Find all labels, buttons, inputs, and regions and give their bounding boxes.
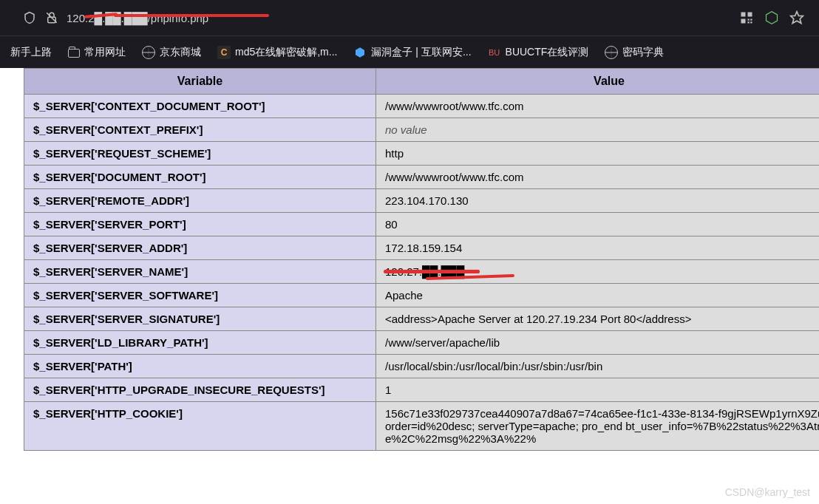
svg-rect-2 <box>741 13 746 17</box>
table-row: $_SERVER['HTTP_UPGRADE_INSECURE_REQUESTS… <box>24 378 820 402</box>
variable-cell: $_SERVER['CONTEXT_DOCUMENT_ROOT'] <box>24 95 376 118</box>
variable-cell: $_SERVER['HTTP_COOKIE'] <box>24 402 376 451</box>
value-cell: 156c71e33f029737cea440907a7d8a67=74ca65e… <box>376 402 820 451</box>
variable-cell: $_SERVER['SERVER_ADDR'] <box>24 236 376 260</box>
col-header-variable: Variable <box>24 69 376 95</box>
md5-favicon-icon: C <box>217 46 231 59</box>
bookmark-buuctf[interactable]: BU BUUCTF在线评测 <box>482 42 595 63</box>
svg-rect-4 <box>741 19 746 24</box>
globe-icon <box>605 46 618 59</box>
lock-insecure-icon <box>44 10 59 25</box>
table-row: $_SERVER['SERVER_PORT']80 <box>24 213 820 236</box>
bookmark-getting-started[interactable]: 新手上路 <box>4 42 58 63</box>
bookmark-label: 京东商城 <box>160 46 201 59</box>
variable-cell: $_SERVER['SERVER_SOFTWARE'] <box>24 284 376 307</box>
url-text: 120.2█.██.███/phpinfo.php <box>67 12 208 24</box>
bookmark-label: 密码字典 <box>622 46 664 59</box>
variable-cell: $_SERVER['HTTP_UPGRADE_INSECURE_REQUESTS… <box>24 378 376 402</box>
value-cell: /www/wwwroot/www.tfc.com <box>376 95 820 118</box>
variable-cell: $_SERVER['SERVER_PORT'] <box>24 213 376 236</box>
table-row: $_SERVER['LD_LIBRARY_PATH']/www/server/a… <box>24 331 820 355</box>
value-cell: 172.18.159.154 <box>376 236 820 260</box>
svg-marker-10 <box>791 12 803 24</box>
address-bar-actions <box>739 10 804 25</box>
table-row: $_SERVER['HTTP_COOKIE']156c71e33f029737c… <box>24 402 820 451</box>
table-row: $_SERVER['SERVER_SOFTWARE']Apache <box>24 284 820 307</box>
svg-rect-3 <box>748 13 752 17</box>
value-cell: <address>Apache Server at 120.27.19.234 … <box>376 307 820 331</box>
bookmark-jd[interactable]: 京东商城 <box>136 42 207 63</box>
star-icon[interactable] <box>789 10 804 25</box>
table-row: $_SERVER['REMOTE_ADDR']223.104.170.130 <box>24 189 820 213</box>
bookmark-label: 新手上路 <box>10 46 52 59</box>
table-row: $_SERVER['REQUEST_SCHEME']http <box>24 142 820 166</box>
svg-rect-5 <box>748 19 750 21</box>
qr-icon[interactable] <box>739 10 754 25</box>
value-cell: /usr/local/sbin:/usr/local/bin:/usr/sbin… <box>376 355 820 378</box>
bookmark-common-urls[interactable]: 常用网址 <box>62 42 132 63</box>
value-cell: /www/wwwroot/www.tfc.com <box>376 166 820 189</box>
bookmark-md5[interactable]: C md5在线解密破解,m... <box>211 42 343 63</box>
variable-cell: $_SERVER['DOCUMENT_ROOT'] <box>24 166 376 189</box>
bookmark-vulbox[interactable]: 漏洞盒子 | 互联网安... <box>347 42 477 63</box>
table-row: $_SERVER['DOCUMENT_ROOT']/www/wwwroot/ww… <box>24 166 820 189</box>
col-header-value: Value <box>376 69 820 95</box>
page-content: Variable Value $_SERVER['CONTEXT_DOCUMEN… <box>0 68 819 504</box>
table-row: $_SERVER['CONTEXT_PREFIX']no value <box>24 118 820 142</box>
value-cell: 80 <box>376 213 820 236</box>
svg-rect-8 <box>750 21 752 23</box>
folder-icon <box>68 49 80 58</box>
bookmark-label: 常用网址 <box>84 46 126 59</box>
value-cell: 120.27.██.███ <box>376 260 820 284</box>
value-cell: no value <box>376 118 820 142</box>
svg-rect-6 <box>750 19 752 21</box>
value-cell: 223.104.170.130 <box>376 189 820 213</box>
hex-favicon-icon <box>353 46 367 59</box>
extension-icon[interactable] <box>764 10 779 25</box>
watermark: CSDN@karry_test <box>725 486 810 498</box>
bookmark-label: md5在线解密破解,m... <box>235 46 337 59</box>
globe-icon <box>142 46 155 59</box>
variable-cell: $_SERVER['REQUEST_SCHEME'] <box>24 142 376 166</box>
table-row: $_SERVER['SERVER_SIGNATURE']<address>Apa… <box>24 307 820 331</box>
value-cell: http <box>376 142 820 166</box>
bookmarks-bar: 新手上路 常用网址 京东商城 C md5在线解密破解,m... 漏洞盒子 | 互… <box>0 35 819 68</box>
buu-favicon-icon: BU <box>488 46 501 59</box>
variable-cell: $_SERVER['PATH'] <box>24 355 376 378</box>
value-cell: Apache <box>376 284 820 307</box>
variable-cell: $_SERVER['REMOTE_ADDR'] <box>24 189 376 213</box>
table-row: $_SERVER['SERVER_NAME']120.27.██.███ <box>24 260 820 284</box>
table-row: $_SERVER['PATH']/usr/local/sbin:/usr/loc… <box>24 355 820 378</box>
bookmark-label: BUUCTF在线评测 <box>506 46 589 59</box>
variable-cell: $_SERVER['SERVER_SIGNATURE'] <box>24 307 376 331</box>
browser-address-bar: 120.2█.██.███/phpinfo.php <box>0 0 819 35</box>
svg-marker-11 <box>356 47 364 57</box>
phpinfo-table: Variable Value $_SERVER['CONTEXT_DOCUMEN… <box>24 68 819 451</box>
svg-marker-9 <box>767 12 778 24</box>
variable-cell: $_SERVER['SERVER_NAME'] <box>24 260 376 284</box>
table-row: $_SERVER['SERVER_ADDR']172.18.159.154 <box>24 236 820 260</box>
value-cell: 1 <box>376 378 820 402</box>
svg-rect-7 <box>748 21 750 23</box>
shield-icon <box>22 10 37 25</box>
table-row: $_SERVER['CONTEXT_DOCUMENT_ROOT']/www/ww… <box>24 95 820 118</box>
bookmark-label: 漏洞盒子 | 互联网安... <box>371 46 471 59</box>
value-cell: /www/server/apache/lib <box>376 331 820 355</box>
variable-cell: $_SERVER['LD_LIBRARY_PATH'] <box>24 331 376 355</box>
variable-cell: $_SERVER['CONTEXT_PREFIX'] <box>24 118 376 142</box>
address-bar[interactable]: 120.2█.██.███/phpinfo.php <box>9 10 732 25</box>
bookmark-password-dict[interactable]: 密码字典 <box>599 42 670 63</box>
